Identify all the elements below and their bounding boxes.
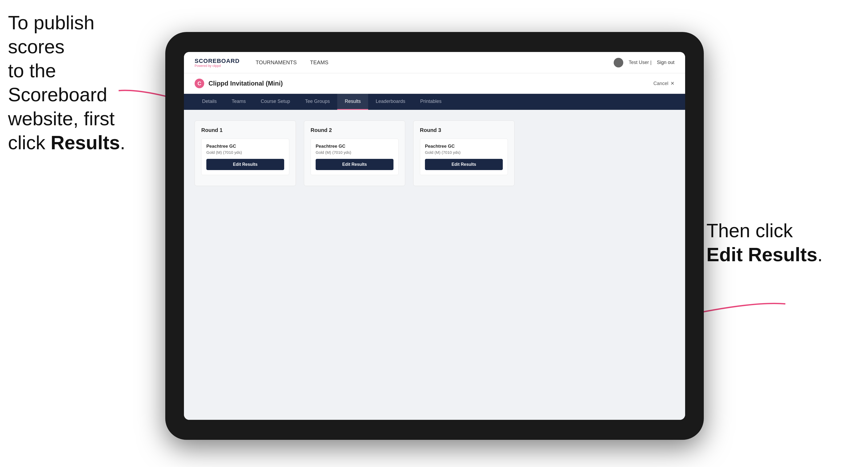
nav-links: TOURNAMENTS TEAMS (256, 59, 614, 66)
tab-details[interactable]: Details (195, 94, 224, 110)
round-1-course-name: Peachtree GC (206, 144, 284, 149)
instruction-left: To publish scores to the Scoreboard webs… (8, 11, 147, 155)
nav-teams[interactable]: TEAMS (310, 59, 329, 66)
round-3-course-name: Peachtree GC (425, 144, 503, 149)
round-2-course-name: Peachtree GC (316, 144, 394, 149)
round-2-course-details: Gold (M) (7010 yds) (316, 150, 394, 155)
tab-teams[interactable]: Teams (224, 94, 253, 110)
logo-title: SCOREBOARD (195, 58, 240, 64)
round-1-title: Round 1 (201, 127, 289, 133)
rounds-container: Round 1 Peachtree GC Gold (M) (7010 yds)… (195, 121, 675, 186)
tab-navigation: Details Teams Course Setup Tee Groups Re… (184, 94, 685, 110)
tab-leaderboards[interactable]: Leaderboards (368, 94, 413, 110)
cancel-button[interactable]: Cancel ✕ (653, 81, 675, 86)
tournament-icon: C (195, 79, 204, 88)
sign-out-link[interactable]: Sign out (657, 60, 675, 65)
round-1-card: Round 1 Peachtree GC Gold (M) (7010 yds)… (195, 121, 296, 186)
tournament-title-row: C Clippd Invitational (Mini) (195, 79, 283, 88)
scoreboard-logo: SCOREBOARD Powered by clippd (195, 58, 240, 68)
close-icon: ✕ (671, 81, 675, 86)
nav-tournaments[interactable]: TOURNAMENTS (256, 59, 297, 66)
round-2-title: Round 2 (311, 127, 399, 133)
tablet-device: SCOREBOARD Powered by clippd TOURNAMENTS… (165, 32, 704, 440)
round-2-card: Round 2 Peachtree GC Gold (M) (7010 yds)… (304, 121, 405, 186)
round-2-course-card: Peachtree GC Gold (M) (7010 yds) Edit Re… (311, 138, 399, 175)
instruction-right: Then click Edit Results. (707, 219, 823, 267)
tournament-name: Clippd Invitational (Mini) (209, 80, 283, 87)
tab-printables[interactable]: Printables (413, 94, 449, 110)
top-nav-right: Test User | Sign out (614, 58, 675, 67)
tab-tee-groups[interactable]: Tee Groups (298, 94, 337, 110)
round-3-course-details: Gold (M) (7010 yds) (425, 150, 503, 155)
tab-results[interactable]: Results (337, 94, 368, 110)
edit-results-button-2[interactable]: Edit Results (316, 159, 394, 170)
round-3-title: Round 3 (420, 127, 508, 133)
round-1-course-details: Gold (M) (7010 yds) (206, 150, 284, 155)
tournament-header: C Clippd Invitational (Mini) Cancel ✕ (184, 73, 685, 94)
round-3-course-card: Peachtree GC Gold (M) (7010 yds) Edit Re… (420, 138, 508, 175)
round-3-card: Round 3 Peachtree GC Gold (M) (7010 yds)… (413, 121, 515, 186)
tablet-screen: SCOREBOARD Powered by clippd TOURNAMENTS… (184, 52, 685, 420)
edit-results-button-3[interactable]: Edit Results (425, 159, 503, 170)
user-avatar (614, 58, 623, 67)
edit-results-button-1[interactable]: Edit Results (206, 159, 284, 170)
user-name: Test User | (629, 60, 652, 65)
logo-subtitle: Powered by clippd (195, 64, 240, 68)
round-1-course-card: Peachtree GC Gold (M) (7010 yds) Edit Re… (201, 138, 289, 175)
top-nav: SCOREBOARD Powered by clippd TOURNAMENTS… (184, 52, 685, 73)
content-area: Round 1 Peachtree GC Gold (M) (7010 yds)… (184, 110, 685, 420)
tab-course-setup[interactable]: Course Setup (253, 94, 298, 110)
